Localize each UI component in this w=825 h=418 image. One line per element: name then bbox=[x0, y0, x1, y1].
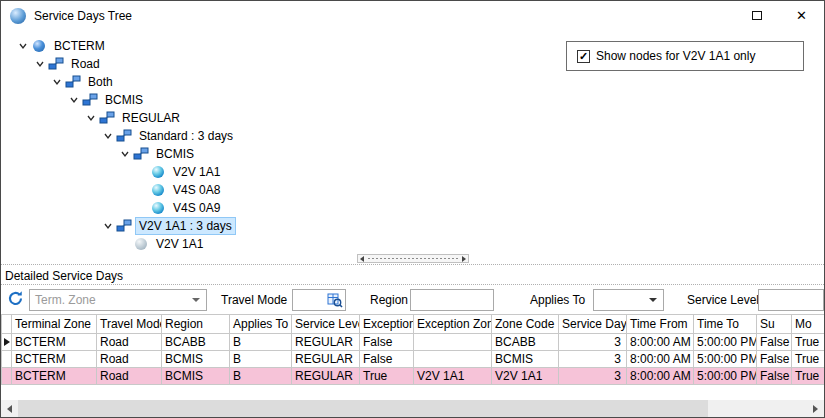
expand-chevron-icon[interactable] bbox=[100, 128, 116, 144]
grid-cell[interactable] bbox=[414, 351, 492, 368]
grid-cell[interactable]: Road bbox=[97, 351, 162, 368]
splitter-handle[interactable] bbox=[357, 254, 469, 263]
grid-cell[interactable]: BCTERM bbox=[12, 368, 97, 385]
column-header[interactable]: Region bbox=[162, 315, 230, 334]
grid-cell[interactable]: BCABB bbox=[492, 334, 559, 351]
column-header[interactable]: Exception bbox=[360, 315, 414, 334]
region-label: Region bbox=[370, 289, 408, 307]
column-header[interactable]: Service Level bbox=[292, 315, 360, 334]
grid-cell[interactable]: 3 bbox=[559, 351, 627, 368]
expand-chevron-icon[interactable] bbox=[49, 74, 65, 90]
expand-chevron-icon[interactable] bbox=[32, 56, 48, 72]
refresh-button[interactable] bbox=[5, 290, 25, 310]
grid-cell[interactable]: True bbox=[360, 368, 414, 385]
tree-node[interactable]: BCTERM bbox=[5, 37, 236, 55]
grid-cell[interactable]: REGULAR bbox=[292, 351, 360, 368]
grid-cell[interactable]: BCMIS bbox=[162, 368, 230, 385]
network-node-icon bbox=[116, 128, 132, 144]
grid-cell[interactable]: Road bbox=[97, 334, 162, 351]
tree-node[interactable]: Both bbox=[5, 73, 236, 91]
grid-cell[interactable]: 8:00:00 AM bbox=[627, 334, 694, 351]
column-header[interactable]: Time To bbox=[694, 315, 757, 334]
column-header[interactable]: Travel Mode bbox=[97, 315, 162, 334]
grid-cell[interactable]: 3 bbox=[559, 368, 627, 385]
grid-cell[interactable]: BCTERM bbox=[12, 351, 97, 368]
grid-cell[interactable]: True bbox=[792, 368, 825, 385]
maximize-button[interactable] bbox=[734, 1, 779, 30]
grid-cell[interactable]: V2V 1A1 bbox=[414, 368, 492, 385]
column-header[interactable]: Mo bbox=[792, 315, 825, 334]
grid-cell[interactable]: 5:00:00 PM bbox=[694, 334, 757, 351]
scrollbar-thumb[interactable] bbox=[18, 400, 708, 417]
service-level-input[interactable] bbox=[758, 289, 824, 311]
tree-node[interactable]: Standard : 3 days bbox=[5, 127, 236, 145]
grid-cell[interactable]: B bbox=[230, 351, 292, 368]
column-header[interactable]: Applies To bbox=[230, 315, 292, 334]
tree-node[interactable]: BCMIS bbox=[5, 145, 236, 163]
scroll-right-button[interactable] bbox=[807, 400, 824, 417]
grid-cell[interactable]: Road bbox=[97, 368, 162, 385]
tree-node[interactable]: Road bbox=[5, 55, 236, 73]
expand-chevron-icon[interactable] bbox=[100, 218, 116, 234]
splitter[interactable] bbox=[1, 253, 824, 265]
grid-cell[interactable]: V2V 1A1 bbox=[492, 368, 559, 385]
tree-node-label: BCMIS bbox=[102, 92, 146, 108]
tree-node[interactable]: V4S 0A8 bbox=[5, 181, 236, 199]
grid-row[interactable]: BCTERMRoadBCMISBREGULARFalseBCMIS38:00:0… bbox=[2, 351, 825, 368]
grid-cell[interactable]: 8:00:00 AM bbox=[627, 368, 694, 385]
scroll-left-button[interactable] bbox=[1, 400, 18, 417]
column-header[interactable]: Terminal Zone bbox=[12, 315, 97, 334]
grid-cell[interactable]: B bbox=[230, 334, 292, 351]
grid-row[interactable]: BCTERMRoadBCMISBREGULARTrueV2V 1A1V2V 1A… bbox=[2, 368, 825, 385]
grid-cell[interactable]: BCMIS bbox=[492, 351, 559, 368]
row-indicator-cell bbox=[2, 368, 12, 385]
grid-cell[interactable]: False bbox=[360, 334, 414, 351]
column-header[interactable]: Service Days bbox=[559, 315, 627, 334]
grid-cell[interactable]: False bbox=[757, 351, 792, 368]
grid-cell[interactable]: B bbox=[230, 368, 292, 385]
grid-cell[interactable]: False bbox=[757, 334, 792, 351]
tree-node[interactable]: V2V 1A1 bbox=[5, 235, 236, 253]
column-header[interactable]: Zone Code bbox=[492, 315, 559, 334]
grid-cell[interactable]: False bbox=[757, 368, 792, 385]
grid-cell[interactable]: 8:00:00 AM bbox=[627, 351, 694, 368]
expand-chevron-icon[interactable] bbox=[117, 146, 133, 162]
show-nodes-checkbox[interactable] bbox=[577, 50, 590, 63]
region-input[interactable] bbox=[410, 289, 494, 311]
horizontal-scrollbar[interactable] bbox=[1, 400, 824, 417]
grid-cell[interactable]: 3 bbox=[559, 334, 627, 351]
grid-cell[interactable]: False bbox=[360, 351, 414, 368]
close-button[interactable]: ✕ bbox=[779, 1, 824, 30]
grid-cell[interactable]: 5:00:00 PM bbox=[694, 351, 757, 368]
grid-cell[interactable]: True bbox=[792, 351, 825, 368]
grid-cell[interactable]: REGULAR bbox=[292, 334, 360, 351]
tree-node[interactable]: V2V 1A1 bbox=[5, 163, 236, 181]
column-header[interactable]: Su bbox=[757, 315, 792, 334]
expand-chevron-icon[interactable] bbox=[66, 92, 82, 108]
grid-cell[interactable]: BCMIS bbox=[162, 351, 230, 368]
section-title: Detailed Service Days bbox=[1, 266, 824, 285]
travel-mode-lookup[interactable] bbox=[292, 289, 346, 311]
grid-row[interactable]: BCTERMRoadBCABBBREGULARFalseBCABB38:00:0… bbox=[2, 334, 825, 351]
chevron-down-icon bbox=[192, 298, 200, 302]
grid-cell[interactable]: True bbox=[792, 334, 825, 351]
tree-node[interactable]: BCMIS bbox=[5, 91, 236, 109]
expand-chevron-icon[interactable] bbox=[15, 38, 31, 54]
tree-node[interactable]: V2V 1A1 : 3 days bbox=[5, 217, 236, 235]
grid-cell[interactable]: REGULAR bbox=[292, 368, 360, 385]
applies-to-combo[interactable] bbox=[593, 289, 664, 311]
tree-node[interactable]: V4S 0A9 bbox=[5, 199, 236, 217]
grid-cell[interactable]: 5:00:00 PM bbox=[694, 368, 757, 385]
collapse-right-icon bbox=[462, 256, 466, 262]
row-indicator-header bbox=[2, 315, 12, 334]
expand-chevron-icon[interactable] bbox=[83, 110, 99, 126]
grid-cell[interactable]: BCABB bbox=[162, 334, 230, 351]
grid-cell[interactable]: BCTERM bbox=[12, 334, 97, 351]
column-header[interactable]: Time From bbox=[627, 315, 694, 334]
grid-cell[interactable] bbox=[414, 334, 492, 351]
collapse-left-icon bbox=[360, 256, 364, 262]
tree-node-label: BCMIS bbox=[153, 146, 197, 162]
tree-node[interactable]: REGULAR bbox=[5, 109, 236, 127]
term-zone-combo[interactable]: Term. Zone bbox=[29, 289, 207, 311]
column-header[interactable]: Exception Zone bbox=[414, 315, 492, 334]
